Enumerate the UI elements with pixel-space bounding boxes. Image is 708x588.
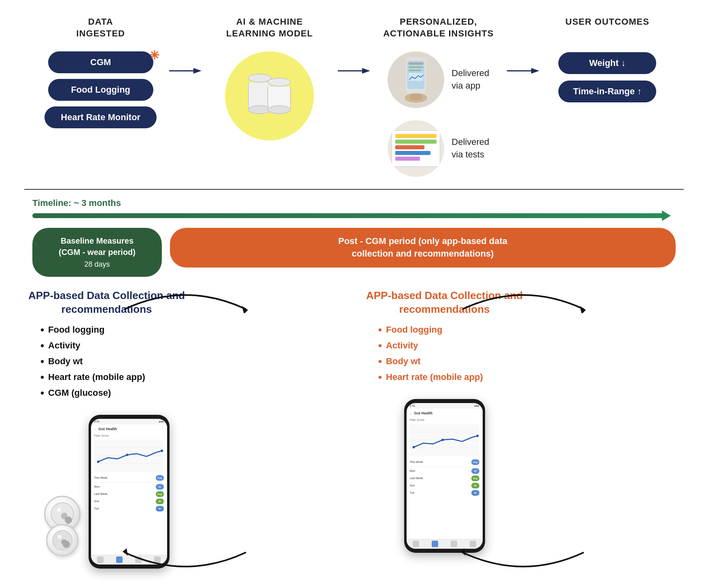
bullet-food-logging: Food logging xyxy=(40,324,145,336)
arrow-2 xyxy=(338,65,370,77)
right-tue-row: Tue 48 xyxy=(410,490,479,496)
right-phone-title: Gut Health xyxy=(414,411,433,415)
postcgm-text: Post - CGM period (only app-based data c… xyxy=(338,236,507,259)
phone-hand-icon xyxy=(392,53,440,106)
col2-header: AI & MACHINE LEARNING MODEL xyxy=(226,16,313,39)
svg-point-25 xyxy=(126,454,128,456)
right-panel-wrapper: APP-based Data Collection and recommenda… xyxy=(366,289,680,569)
left-lw-avg-badge: Avg xyxy=(156,491,164,497)
right-cycle-arrow-bottom xyxy=(442,548,604,581)
time-in-range-label: Time-in-Range ↑ xyxy=(573,86,642,96)
right-bullet-body-wt: Body wt xyxy=(378,355,483,368)
svg-rect-6 xyxy=(409,62,423,65)
right-mon-badge: 42 xyxy=(471,468,479,474)
cgm-sensors xyxy=(44,496,81,556)
left-sun-badge: 35 xyxy=(156,499,164,504)
cgm-label: CGM xyxy=(90,57,111,67)
time-in-range-pill: Time-in-Range ↑ xyxy=(558,81,656,102)
food-logging-label: Food Logging xyxy=(71,85,130,95)
left-avg-badge: Avg xyxy=(156,475,164,481)
svg-marker-27 xyxy=(123,548,128,556)
left-app-panel: APP-based Data Collection and recommenda… xyxy=(28,289,185,569)
left-last-week-label: Last Week xyxy=(94,492,108,495)
col1-header: DATA INGESTED xyxy=(76,16,125,39)
left-last-week-row: Last Week Avg xyxy=(94,491,164,497)
left-phone-area: 9:41 ●●● ← Gut Health Fiber Scor xyxy=(28,415,185,569)
right-nav-grid xyxy=(451,541,457,547)
svg-rect-8 xyxy=(409,70,421,71)
right-phone-area: 9:41 ●●● ← Gut Health Fiber Scor xyxy=(366,399,523,553)
right-fiber-score: Fiber Score xyxy=(410,418,479,421)
right-phone-content: ← Gut Health Fiber Score xyxy=(407,409,483,539)
food-logging-pill: Food Logging xyxy=(48,79,153,101)
right-sun-row: Sun 35 xyxy=(410,483,479,488)
left-panel-wrapper: APP-based Data Collection and recommenda… xyxy=(28,289,342,569)
left-chart-area xyxy=(94,439,164,472)
right-chart-area xyxy=(410,424,479,456)
data-pills: CGM ✳ Food Logging Heart Rate Monitor xyxy=(45,51,157,128)
left-mon-badge: 42 xyxy=(156,484,164,490)
right-tue-badge: 48 xyxy=(471,490,479,496)
left-mon-label: Mon xyxy=(94,485,100,488)
cylinders-group xyxy=(248,78,291,114)
svg-point-24 xyxy=(97,461,99,463)
arrow-3-icon xyxy=(507,65,539,77)
left-fiber-score: Fiber Score xyxy=(94,434,164,437)
insight-tests-row: Delivered via tests xyxy=(388,120,489,177)
cgm-asterisk-icon: ✳ xyxy=(149,48,159,62)
right-last-week-row: Last Week Avg xyxy=(410,475,479,481)
right-mon-label: Mon xyxy=(410,469,415,472)
svg-marker-3 xyxy=(362,68,370,74)
left-cycle-arrow-bottom xyxy=(104,548,266,581)
right-sun-label: Sun xyxy=(410,484,415,487)
nav-home xyxy=(97,556,104,563)
col-insights: PERSONALIZED, ACTIONABLE INSIGHTS xyxy=(370,16,507,177)
right-bullet-list: Food logging Activity Body wt Heart rate… xyxy=(378,324,483,387)
left-mon-row: Mon 42 xyxy=(94,484,164,490)
svg-point-34 xyxy=(476,435,479,437)
paper-circle xyxy=(388,120,444,177)
main-container: DATA INGESTED CGM ✳ Food Logging Heart R… xyxy=(0,0,708,588)
insight-tests-label: Delivered via tests xyxy=(452,136,489,161)
right-bullet-heart-rate: Heart rate (mobile app) xyxy=(378,371,483,384)
cgm-pill: CGM ✳ xyxy=(48,51,153,73)
right-nav-home xyxy=(413,541,419,547)
right-sun-badge: 35 xyxy=(471,483,479,488)
right-chart-svg xyxy=(410,424,479,456)
col4-header: USER OUTCOMES xyxy=(566,16,649,28)
svg-marker-1 xyxy=(193,68,201,74)
arrow-1 xyxy=(169,65,201,77)
heart-rate-label: Heart Rate Monitor xyxy=(61,112,140,122)
left-this-week-label: This Week xyxy=(94,476,108,479)
arrow-1-icon xyxy=(169,65,201,77)
left-bullet-list: Food logging Activity Body wt Heart rate… xyxy=(40,324,145,403)
svg-point-19 xyxy=(61,539,67,545)
right-nav-profile xyxy=(470,541,476,547)
svg-point-20 xyxy=(57,535,61,539)
left-status-bar: 9:41 ●●● xyxy=(91,419,167,425)
right-bullet-food: Food logging xyxy=(378,324,483,336)
right-avg-badge: Avg xyxy=(471,459,479,465)
left-sun-row: Sun 35 xyxy=(94,499,164,504)
left-phone-content: ← Gut Health Fiber Score xyxy=(91,425,167,555)
col-outcomes: USER OUTCOMES Weight ↓ Time-in-Range ↑ xyxy=(539,16,676,102)
svg-point-26 xyxy=(161,450,163,452)
baseline-days: 28 days xyxy=(47,259,147,270)
right-mon-row: Mon 42 xyxy=(410,468,479,474)
svg-point-16 xyxy=(61,513,68,519)
left-this-week-row: This Week Avg xyxy=(94,475,164,481)
timeline-periods: Baseline Measures (CGM - wear period) 28… xyxy=(32,228,676,277)
weight-label: Weight ↓ xyxy=(589,58,625,68)
sensor-detail-icon xyxy=(50,502,74,526)
left-tue-label: Tue xyxy=(94,507,99,510)
right-app-panel: APP-based Data Collection and recommenda… xyxy=(366,289,523,569)
left-sun-label: Sun xyxy=(94,500,99,503)
right-phone-nav xyxy=(407,539,483,549)
right-status-bar: 9:41 ●●● xyxy=(407,403,483,409)
ai-circle xyxy=(225,51,314,140)
outcomes-pills: Weight ↓ Time-in-Range ↑ xyxy=(558,52,656,102)
svg-point-33 xyxy=(441,439,444,441)
left-phone-title: Gut Health xyxy=(99,427,117,431)
arrow-3 xyxy=(507,65,539,77)
right-phone-mockup: 9:41 ●●● ← Gut Health Fiber Scor xyxy=(404,399,485,553)
